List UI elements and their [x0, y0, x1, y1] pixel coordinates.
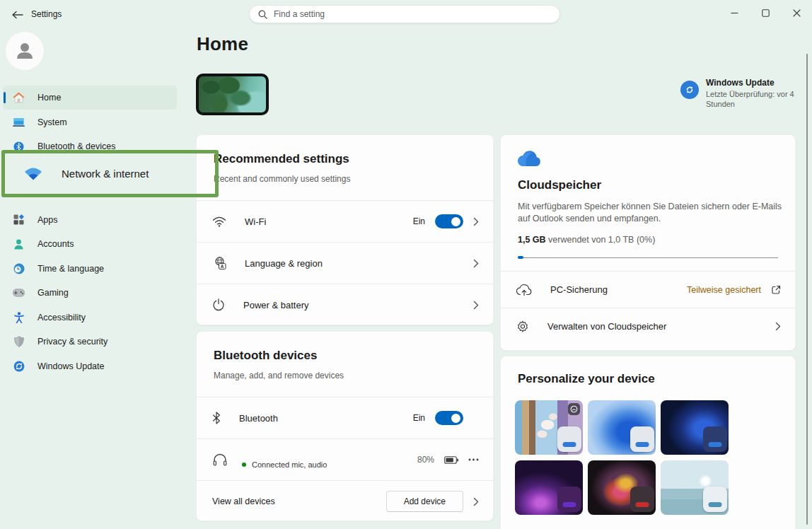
page-title: Home — [197, 33, 248, 55]
sidebar-item-accessibility[interactable]: Accessibility — [3, 306, 177, 330]
manage-cloud-storage-row[interactable]: Verwalten von Cloudspeicher — [501, 308, 795, 344]
sidebar-item-time-language[interactable]: Time & language — [3, 257, 177, 281]
wallpaper-tile-lake-light[interactable] — [661, 460, 729, 515]
power-battery-row[interactable]: Power & battery — [197, 284, 493, 325]
bluetooth-toggle-row[interactable]: Bluetooth Ein — [197, 397, 493, 438]
sidebar-item-accounts[interactable]: Accounts — [3, 232, 177, 256]
view-all-devices-link[interactable]: View all devices — [212, 496, 275, 506]
annotation-network-internet[interactable]: Network & internet — [1, 150, 219, 197]
battery-percent: 80% — [417, 455, 434, 465]
minimize-icon — [731, 9, 738, 17]
pc-backup-row[interactable]: PC-Sicherung Teilweise gesichert — [501, 271, 795, 308]
progress-fill — [518, 256, 523, 259]
add-device-button[interactable]: Add device — [386, 491, 463, 512]
wallpaper-tile-bloom-dark[interactable] — [661, 400, 729, 455]
personalize-card: Personalize your device — [500, 356, 796, 529]
update-status-subtitle: Letzte Überprüfung: vor 4 Stunden — [706, 90, 806, 109]
row-label: Bluetooth — [239, 413, 278, 424]
headphones-icon — [212, 453, 228, 467]
bluetooth-devices-card: Bluetooth devices Manage, add, and remov… — [196, 331, 494, 521]
app-title: Settings — [31, 9, 62, 19]
accessibility-icon — [13, 311, 25, 323]
toggle-knob — [451, 217, 460, 226]
toggle-state-label: Ein — [413, 413, 425, 423]
theme-preview — [557, 487, 581, 512]
chevron-right-icon — [775, 322, 781, 331]
power-icon — [212, 298, 225, 311]
selected-indicator — [4, 92, 6, 103]
sidebar-item-label: Accessibility — [37, 313, 86, 322]
chevron-right-icon — [473, 217, 479, 226]
theme-preview — [630, 487, 654, 512]
search-box[interactable] — [249, 5, 560, 23]
annotation-label: Network & internet — [62, 168, 149, 180]
wallpaper-tile-dark-floral[interactable] — [588, 460, 656, 515]
close-icon — [793, 9, 801, 17]
wifi-outline-icon — [212, 216, 226, 227]
row-label: Language & region — [245, 258, 323, 269]
battery-icon — [444, 456, 458, 464]
sidebar-item-label: Gaming — [37, 288, 69, 298]
progress-track — [518, 257, 778, 258]
svg-text:A: A — [221, 264, 224, 269]
maximize-button[interactable] — [750, 0, 781, 25]
home-icon — [13, 92, 25, 104]
sidebar-item-home[interactable]: Home — [3, 86, 177, 110]
wifi-toggle[interactable] — [435, 214, 463, 228]
window-controls — [719, 0, 812, 25]
windows-update-status[interactable]: Windows Update Letzte Überprüfung: vor 4… — [680, 78, 805, 109]
cloud-backup-icon — [516, 284, 532, 296]
accounts-icon — [13, 238, 25, 250]
sidebar-item-privacy-security[interactable]: Privacy & security — [3, 330, 177, 354]
gaming-icon — [13, 287, 25, 299]
search-icon — [258, 10, 267, 19]
connected-device-row[interactable]: Connected mic, audio 80% — [197, 438, 493, 480]
storage-used: 1,5 GB — [518, 235, 546, 245]
windows-spotlight-icon — [568, 403, 580, 415]
wallpaper-grid — [515, 400, 729, 515]
card-subtitle: Recent and commonly used settings — [214, 174, 476, 184]
toggle-state-label: Ein — [413, 216, 425, 226]
close-button[interactable] — [781, 0, 812, 25]
minimize-button[interactable] — [719, 0, 750, 25]
back-arrow-icon — [12, 11, 23, 19]
storage-total: verwendet von 1,0 TB (0%) — [546, 235, 656, 245]
sidebar-item-label: Windows Update — [37, 361, 105, 371]
sidebar-item-label: Home — [37, 93, 61, 103]
device-wallpaper-preview — [196, 74, 269, 115]
row-label: Wi-Fi — [245, 216, 266, 227]
cloud-storage-card: Cloudspeicher Mit verfügbarem Speicher k… — [500, 134, 796, 351]
sidebar-item-gaming[interactable]: Gaming — [3, 281, 177, 305]
sidebar-item-windows-update[interactable]: Windows Update — [3, 354, 177, 378]
toggle-knob — [451, 414, 460, 423]
back-button[interactable] — [7, 6, 28, 24]
device-status-label: Connected mic, audio — [252, 460, 327, 469]
gear-icon — [516, 320, 529, 333]
row-label: Verwalten von Cloudspeicher — [547, 321, 666, 332]
storage-usage: 1,5 GB verwendet von 1,0 TB (0%) — [518, 235, 778, 245]
wallpaper-tile-purple-glow[interactable] — [515, 460, 583, 515]
sidebar-item-label: Apps — [37, 215, 58, 225]
wallpaper-tile-spotlight[interactable] — [515, 400, 583, 455]
external-link-icon — [771, 285, 781, 295]
bluetooth-toggle[interactable] — [435, 411, 463, 425]
wallpaper-tile-bloom-light[interactable] — [588, 400, 656, 455]
maximize-icon — [762, 9, 770, 17]
view-all-devices-row[interactable]: View all devices Add device — [197, 480, 493, 522]
row-label: PC-Sicherung — [550, 284, 608, 295]
user-avatar[interactable] — [6, 32, 44, 70]
sidebar-item-system[interactable]: System — [3, 110, 177, 134]
card-title: Cloudspeicher — [518, 178, 778, 192]
sidebar-item-apps[interactable]: Apps — [3, 208, 177, 232]
backup-status[interactable]: Teilweise gesichert — [687, 285, 761, 295]
search-input[interactable] — [274, 9, 551, 19]
wifi-setting-row[interactable]: Wi-Fi Ein — [197, 200, 493, 242]
cloud-icon — [518, 151, 542, 167]
sidebar-item-label: System — [37, 117, 67, 127]
more-icon[interactable] — [468, 458, 479, 461]
sidebar-item-label: Privacy & security — [37, 337, 108, 347]
connected-status-dot — [242, 463, 246, 467]
vertical-scrollbar[interactable] — [806, 54, 808, 525]
theme-preview — [703, 426, 727, 452]
language-region-row[interactable]: A Language & region — [197, 242, 493, 284]
